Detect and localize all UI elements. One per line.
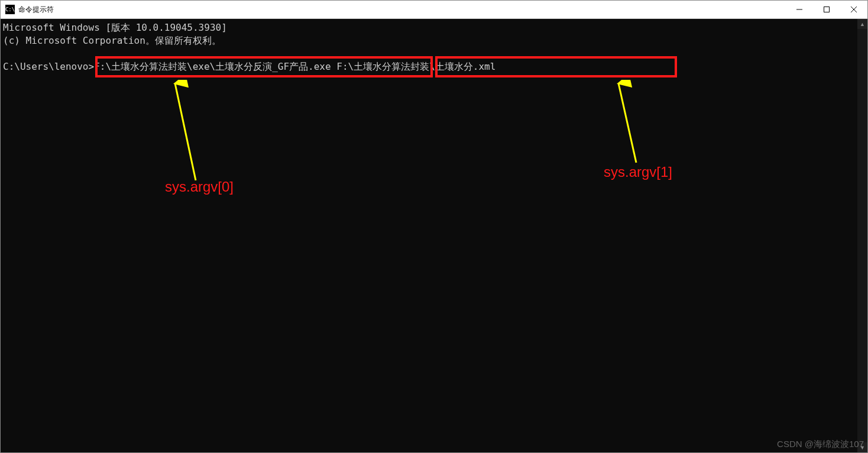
svg-rect-1 [824, 7, 830, 12]
maximize-icon [824, 7, 830, 12]
arrow-arg0 [160, 80, 208, 186]
svg-line-4 [175, 83, 196, 180]
chevron-up-icon: ▲ [860, 21, 865, 27]
vertical-scrollbar[interactable]: ▲ ▼ [857, 19, 867, 452]
console-line-copyright: (c) Microsoft Corporation。保留所有权利。 [3, 35, 221, 46]
highlight-box-arg0 [95, 56, 433, 77]
highlight-box-arg1 [435, 56, 677, 77]
svg-line-5 [618, 83, 636, 163]
window-title: 命令提示符 [18, 5, 54, 15]
label-argv1: sys.argv[1] [604, 164, 672, 180]
close-icon [851, 7, 857, 12]
close-button[interactable] [840, 1, 867, 18]
arrow-arg1 [604, 80, 651, 169]
scroll-up-button[interactable]: ▲ [857, 19, 867, 29]
watermark: CSDN @海绵波波107 [777, 439, 864, 450]
cmd-window: C:\ 命令提示符 Microsoft Windows [版本 10.0.190… [0, 0, 868, 453]
maximize-button[interactable] [813, 1, 840, 18]
console-line-version: Microsoft Windows [版本 10.0.19045.3930] [3, 22, 227, 33]
minimize-icon [796, 7, 802, 12]
console-area[interactable]: Microsoft Windows [版本 10.0.19045.3930] (… [1, 19, 867, 452]
label-argv0: sys.argv[0] [165, 179, 234, 195]
console-prompt: C:\Users\lenovo> [3, 61, 94, 72]
titlebar[interactable]: C:\ 命令提示符 [1, 1, 867, 19]
minimize-button[interactable] [786, 1, 813, 18]
cmd-app-icon: C:\ [5, 5, 15, 14]
